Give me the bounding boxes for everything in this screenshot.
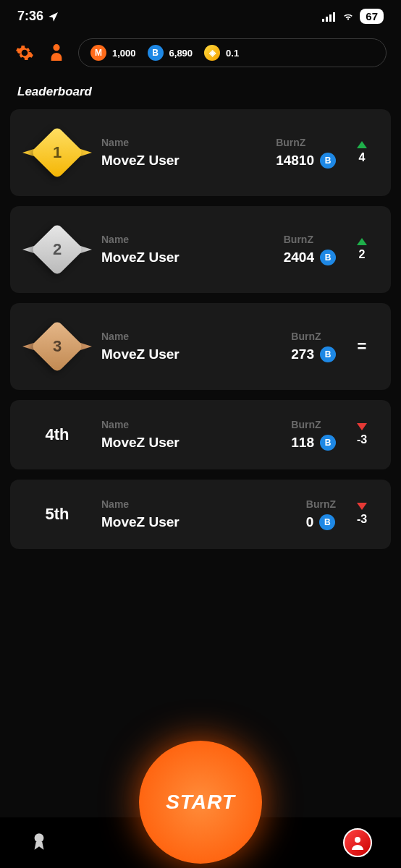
svg-rect-0 xyxy=(322,19,324,22)
location-icon xyxy=(48,11,59,22)
rank-badge: 3 xyxy=(25,322,90,371)
b-coin-icon: B xyxy=(320,435,336,451)
name-label: Name xyxy=(101,331,269,342)
balance-m: M 1,000 xyxy=(90,45,136,61)
rank-num: 2 xyxy=(53,240,62,259)
rank-text: 4th xyxy=(46,425,69,444)
battery-badge: 67 xyxy=(360,9,384,24)
arrow-down-icon xyxy=(357,503,367,510)
medal-icon xyxy=(30,832,48,854)
change-value: -3 xyxy=(357,433,367,446)
b-coin-icon: B xyxy=(320,346,336,362)
svg-rect-1 xyxy=(326,17,328,22)
rank-change: 4 xyxy=(347,141,376,164)
burnz-value: 2404 xyxy=(284,250,314,265)
rank-text: 5th xyxy=(46,505,69,524)
name-label: Name xyxy=(101,137,254,148)
rank-change: = xyxy=(347,337,376,356)
svg-rect-2 xyxy=(329,14,332,22)
gear-icon xyxy=(15,43,34,62)
page-title: Leaderboard xyxy=(0,73,401,109)
leaderboard-row[interactable]: 1 Name MoveZ User BurnZ 14810B 4 xyxy=(10,109,391,196)
profile-button[interactable] xyxy=(46,43,67,63)
user-name: MoveZ User xyxy=(101,346,269,362)
wifi-icon xyxy=(341,12,355,22)
rank-badge: 5th xyxy=(25,505,90,524)
rank-badge: 1 xyxy=(25,128,90,177)
arrow-up-icon xyxy=(357,141,367,148)
burnz-value: 0 xyxy=(306,514,314,530)
arrow-up-icon xyxy=(357,238,367,245)
start-button-label: START xyxy=(166,791,235,814)
rank-change: -3 xyxy=(347,423,376,446)
m-coin-icon: M xyxy=(90,45,106,61)
balance-y: ◈ 0.1 xyxy=(204,45,239,61)
user-name: MoveZ User xyxy=(101,514,284,530)
leaderboard-list: 1 Name MoveZ User BurnZ 14810B 4 2 xyxy=(0,109,401,549)
start-button[interactable]: START xyxy=(139,741,262,864)
rank-badge: 4th xyxy=(25,425,90,444)
signal-icon xyxy=(322,12,337,22)
user-name: MoveZ User xyxy=(101,250,262,265)
name-label: Name xyxy=(101,419,269,430)
b-coin-icon: B xyxy=(148,45,164,61)
burnz-value: 14810 xyxy=(276,153,314,169)
b-coin-icon: B xyxy=(320,250,336,265)
rank-change: 2 xyxy=(347,238,376,261)
change-value: 2 xyxy=(359,248,366,261)
svg-point-5 xyxy=(35,833,44,843)
user-name: MoveZ User xyxy=(101,153,254,169)
svg-point-6 xyxy=(355,837,360,843)
y-coin-icon: ◈ xyxy=(204,45,220,61)
balance-m-value: 1,000 xyxy=(112,48,136,59)
rank-num: 1 xyxy=(53,143,62,162)
nav-profile-avatar[interactable] xyxy=(343,828,372,857)
name-label: Name xyxy=(101,498,284,510)
rank-badge: 2 xyxy=(25,225,90,274)
burnz-label: BurnZ xyxy=(276,137,336,148)
change-value: 4 xyxy=(359,151,366,164)
arrow-down-icon xyxy=(357,423,367,430)
balance-y-value: 0.1 xyxy=(226,48,239,59)
svg-point-4 xyxy=(53,44,59,51)
balance-b: B 6,890 xyxy=(148,45,193,61)
svg-rect-3 xyxy=(333,12,335,22)
name-label: Name xyxy=(101,234,262,245)
leaderboard-row[interactable]: 4th Name MoveZ User BurnZ 118B -3 xyxy=(10,400,391,469)
b-coin-icon: B xyxy=(319,514,335,530)
b-coin-icon: B xyxy=(320,153,336,169)
status-bar: 7:36 67 xyxy=(0,0,401,30)
leaderboard-row[interactable]: 2 Name MoveZ User BurnZ 2404B 2 xyxy=(10,206,391,293)
nav-leaderboard-button[interactable] xyxy=(29,833,49,853)
burnz-label: BurnZ xyxy=(291,331,336,342)
burnz-label: BurnZ xyxy=(306,498,336,510)
balance-pill[interactable]: M 1,000 B 6,890 ◈ 0.1 xyxy=(78,38,387,67)
leaderboard-row[interactable]: 3 Name MoveZ User BurnZ 273B = xyxy=(10,303,391,390)
burnz-value: 118 xyxy=(291,435,314,451)
leaderboard-row[interactable]: 5th Name MoveZ User BurnZ 0B -3 xyxy=(10,480,391,549)
rank-num: 3 xyxy=(53,337,62,356)
rank-change: -3 xyxy=(347,503,376,526)
person-medal-icon xyxy=(48,43,64,62)
balance-b-value: 6,890 xyxy=(169,48,193,59)
status-time: 7:36 xyxy=(17,9,43,24)
burnz-value: 273 xyxy=(291,346,314,362)
settings-button[interactable] xyxy=(14,43,35,63)
change-value: -3 xyxy=(357,513,367,526)
top-controls: M 1,000 B 6,890 ◈ 0.1 xyxy=(0,30,401,73)
burnz-label: BurnZ xyxy=(284,234,336,245)
burnz-label: BurnZ xyxy=(291,419,336,430)
equal-icon: = xyxy=(358,337,367,356)
user-name: MoveZ User xyxy=(101,435,269,451)
avatar-icon xyxy=(349,834,366,851)
